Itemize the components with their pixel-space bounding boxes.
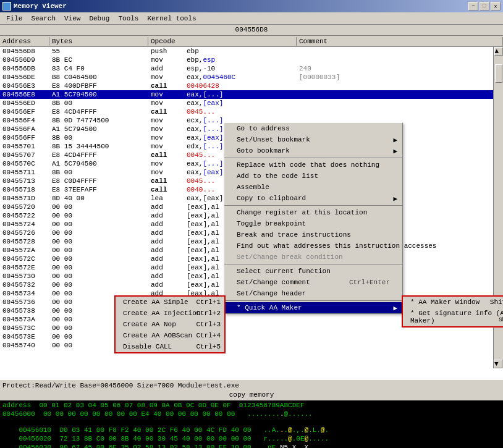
cell-address: 00455738 (0, 307, 49, 315)
table-row[interactable]: 004556E8 A1 5C794500 mov eax,[...] (0, 90, 503, 99)
menu-kernel-tools[interactable]: Kernel tools (143, 14, 200, 23)
cell-address: 0045572C (0, 255, 49, 263)
cell-address: 00455718 (0, 186, 49, 193)
table-row[interactable]: 004556ED 8B 00 mov eax,[eax] (0, 99, 503, 108)
ctx-assemble[interactable]: Assemble (224, 182, 402, 193)
cell-bytes: 00 00 (49, 212, 148, 219)
minimize-button[interactable]: − (468, 2, 478, 11)
copy-memory-label: copy memory (229, 391, 274, 399)
main-area: Address Bytes Opcode Comment 004556D8 55… (0, 36, 503, 379)
ctx-find-addresses[interactable]: Find out what addresses this instruction… (224, 240, 402, 251)
menu-debug[interactable]: Debug (85, 14, 113, 23)
scroll-down-button[interactable]: ▼ (494, 360, 502, 368)
ctx-quick-aa-maker[interactable]: * Quick AA Maker ▶ (224, 302, 402, 313)
create-aa-injection[interactable]: Create AA Injection Ctrl+2 (116, 308, 224, 319)
table-row[interactable]: 0045573E 00 00 add [eax],al (0, 332, 503, 341)
cell-address: 00455726 (0, 229, 49, 237)
cell-opcode: mov (148, 74, 185, 81)
hex-header: address 00 01 02 03 04 05 06 07 08 09 0A… (2, 402, 501, 410)
ctx-sep-2 (224, 205, 402, 206)
cell-address: 004556DE (0, 74, 49, 81)
cell-opcode: add (148, 247, 185, 254)
cell-address: 004556FF (0, 134, 49, 142)
ctx-add-code-list[interactable]: Add to the code list (224, 171, 402, 182)
scroll-thumb[interactable] (495, 64, 502, 83)
cell-operand: eax,[...] (185, 91, 297, 98)
disable-call[interactable]: Disable CALL Ctrl+5 (116, 341, 224, 352)
ctx-set-comment[interactable]: Set/Change comment Ctrl+Enter (224, 277, 402, 288)
column-headers: Address Bytes Opcode Comment (0, 36, 503, 47)
cell-bytes: A1 5C794500 (49, 160, 148, 167)
menu-tools[interactable]: Tools (114, 14, 142, 23)
menu-bar: File Search View Debug Tools Kernel tool… (0, 12, 503, 25)
cell-bytes: 8B 0D 74774500 (49, 117, 148, 124)
ctx-change-register[interactable]: Change register at this location (224, 207, 402, 218)
scroll-up-button[interactable]: ▲ (494, 47, 503, 56)
col-header-bytes: Bytes (49, 37, 148, 46)
cell-address: 00455732 (0, 281, 49, 289)
close-button[interactable]: ✕ (491, 2, 501, 11)
cell-address: 00455711 (0, 169, 49, 176)
cell-opcode: add (148, 264, 185, 271)
cell-opcode: mov (148, 169, 185, 176)
cell-operand: 0045... (185, 108, 297, 116)
cell-bytes: 8B 00 (49, 99, 148, 107)
cell-opcode: push (148, 48, 185, 55)
table-row[interactable]: 004556D9 8B EC mov ebp,esp (0, 56, 503, 64)
address-value: 004556D8 (235, 26, 268, 33)
ctx-replace-nop[interactable]: Replace with code that does nothing (224, 159, 402, 171)
cell-bytes: 00 00 (49, 273, 148, 280)
cell-address: 004556F4 (0, 117, 49, 124)
ctx-break-condition: Set/Change break condition (224, 251, 402, 263)
cell-opcode: mov (148, 134, 185, 142)
cell-bytes: 00 00 (49, 238, 148, 245)
maximize-button[interactable]: □ (480, 2, 489, 11)
cell-address: 0045571D (0, 195, 49, 202)
menu-file[interactable]: File (2, 14, 26, 23)
cell-opcode: mov (148, 91, 185, 98)
ctx-copy-clipboard[interactable]: Copy to clipboard ▶ (224, 193, 402, 204)
ctx-toggle-breakpoint[interactable]: Toggle breakpoint (224, 218, 402, 229)
ctx-break-trace[interactable]: Break and trace instructions (224, 229, 402, 240)
cell-address: 004556D9 (0, 56, 49, 64)
window-icon (2, 2, 11, 11)
title-bar: Memory Viewer − □ ✕ (0, 0, 503, 12)
menu-view[interactable]: View (61, 14, 84, 23)
ctx-go-to-address[interactable]: Go to address (224, 123, 402, 134)
get-signature-info[interactable]: * Get signature info (AA Maker) Shift+Ct… (403, 308, 503, 326)
create-aa-simple[interactable]: Create AA Simple Ctrl+1 (116, 297, 224, 308)
cell-address: 00455734 (0, 290, 49, 297)
cell-operand: eax,0045460C (185, 74, 297, 81)
create-aa-aobscan[interactable]: Create AA AOBScan Ctrl+4 (116, 330, 224, 341)
ctx-select-function[interactable]: Select current function (224, 266, 402, 277)
table-row[interactable]: 004556D8 55 push ebp (0, 47, 503, 56)
cell-address: 00455713 (0, 177, 49, 185)
table-row[interactable]: 004556E3 E8 400DFBFF call 00406428 (0, 82, 503, 90)
cell-opcode: mov (148, 143, 185, 150)
create-aa-nop[interactable]: Create AA Nop Ctrl+3 (116, 319, 224, 330)
table-row[interactable]: 004556DB 83 C4 F0 add esp,-10 240 (0, 64, 503, 73)
cell-bytes: 00 00 (49, 229, 148, 237)
cell-address: 004556ED (0, 99, 49, 107)
cell-address: 00455707 (0, 151, 49, 159)
table-row[interactable]: 00455740 00 00 add [eax],al (0, 341, 503, 350)
ctx-sep-4 (224, 300, 402, 301)
table-row[interactable]: 004556EF E8 4CD4FFFF call 0045... (0, 108, 503, 116)
aa-maker-window[interactable]: * AA Maker Window Shift+Ctrl+C (403, 297, 503, 308)
copy-memory-bar: copy memory (0, 391, 503, 400)
cell-bytes: 8B 00 (49, 134, 148, 142)
cell-address: 00455701 (0, 143, 49, 150)
menu-search[interactable]: Search (27, 14, 59, 23)
cell-opcode: mov (148, 117, 185, 124)
cell-address: 0045572A (0, 247, 49, 254)
ctx-set-bookmark[interactable]: Set/Unset bookmark ▶ (224, 134, 402, 145)
cell-address: 00455722 (0, 212, 49, 219)
table-row[interactable]: 004556DE B8 C0464500 mov eax,0045460C [0… (0, 73, 503, 82)
cell-opcode: lea (148, 195, 185, 202)
cell-operand: ebp,esp (185, 56, 297, 64)
cell-bytes: 55 (49, 48, 148, 55)
cell-address: 004556FA (0, 125, 49, 133)
cell-bytes: 00 00 (49, 255, 148, 263)
ctx-set-header[interactable]: Set/Change header (224, 288, 402, 299)
ctx-goto-bookmark[interactable]: Goto bookmark ▶ (224, 145, 402, 156)
